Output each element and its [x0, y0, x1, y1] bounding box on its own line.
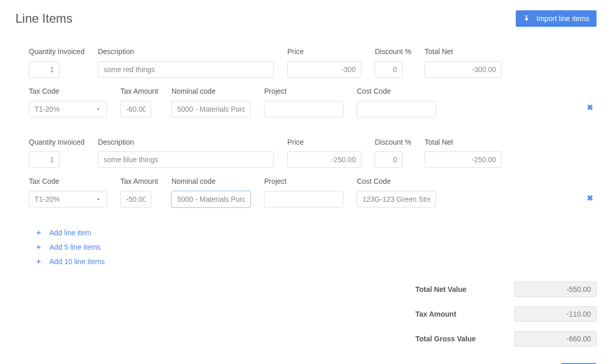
- label-qty: Quantity Invoiced: [29, 47, 84, 56]
- description-input[interactable]: [98, 151, 274, 168]
- total-gross-label: Total Gross Value: [415, 335, 476, 343]
- label-cost-code: Cost Code: [357, 177, 436, 186]
- quantity-input[interactable]: [29, 151, 60, 168]
- tax-code-select[interactable]: T1-20%: [29, 101, 107, 117]
- label-qty: Quantity Invoiced: [29, 138, 84, 147]
- add-ten-label: Add 10 line items: [49, 257, 104, 266]
- total-gross-value: -660.00: [514, 331, 597, 346]
- total-net-label: Total Net Value: [415, 285, 466, 293]
- nominal-code-input[interactable]: [171, 101, 251, 117]
- add-one-label: Add line item: [49, 229, 91, 237]
- label-nominal: Nominal code: [171, 177, 251, 186]
- add-10-line-items-link[interactable]: ＋ Add 10 line items: [35, 257, 597, 266]
- total-tax-label: Tax Amount: [415, 310, 456, 318]
- chevron-down-icon: [95, 106, 101, 112]
- tax-amount-input[interactable]: [120, 191, 151, 207]
- label-tax-amount: Tax Amount: [120, 87, 158, 96]
- nominal-code-input[interactable]: [171, 191, 251, 207]
- chevron-down-icon: [95, 196, 101, 202]
- project-input[interactable]: [264, 101, 343, 117]
- cost-code-input[interactable]: [357, 101, 436, 117]
- add-five-label: Add 5 line items: [49, 243, 101, 251]
- plus-icon: ＋: [35, 257, 42, 266]
- total-net-output: [425, 61, 502, 78]
- label-discount: Discount %: [375, 138, 411, 147]
- totals-panel: Total Net Value -550.00 Tax Amount -110.…: [415, 282, 597, 356]
- label-desc: Description: [98, 138, 274, 147]
- discount-input[interactable]: [375, 151, 403, 168]
- total-net-value: -550.00: [514, 282, 597, 297]
- plus-icon: ＋: [35, 242, 42, 252]
- line-item: Quantity Invoiced Description Price Disc…: [29, 138, 597, 208]
- label-cost-code: Cost Code: [357, 87, 436, 96]
- price-input[interactable]: [287, 61, 361, 78]
- discount-input[interactable]: [375, 61, 403, 78]
- label-total-net: Total Net: [425, 47, 502, 56]
- plus-icon: ＋: [35, 228, 42, 237]
- description-input[interactable]: [98, 61, 274, 78]
- add-5-line-items-link[interactable]: ＋ Add 5 line items: [35, 242, 597, 252]
- tax-code-value: T1-20%: [34, 195, 60, 203]
- page-title: Line Items: [15, 11, 73, 26]
- add-line-item-link[interactable]: ＋ Add line item: [35, 228, 597, 237]
- price-input[interactable]: [287, 151, 361, 168]
- label-total-net: Total Net: [425, 138, 502, 147]
- quantity-input[interactable]: [29, 61, 60, 78]
- tax-code-select[interactable]: T1-20%: [29, 191, 107, 207]
- total-tax-value: -110.00: [514, 306, 597, 322]
- tax-code-value: T1-20%: [34, 105, 60, 113]
- tax-amount-input[interactable]: [120, 101, 151, 117]
- download-icon: [523, 15, 530, 22]
- label-price: Price: [287, 138, 361, 147]
- delete-line-icon[interactable]: ✖: [587, 194, 593, 203]
- label-project: Project: [264, 87, 343, 96]
- delete-line-icon[interactable]: ✖: [587, 103, 593, 112]
- label-tax-code: Tax Code: [29, 87, 107, 96]
- label-tax-code: Tax Code: [29, 177, 107, 186]
- line-item: Quantity Invoiced Description Price Disc…: [29, 47, 597, 117]
- project-input[interactable]: [264, 191, 343, 207]
- label-project: Project: [264, 177, 343, 186]
- label-nominal: Nominal code: [171, 87, 251, 96]
- import-line-items-button[interactable]: Import line items: [516, 10, 597, 27]
- total-net-output: [425, 151, 502, 168]
- cost-code-input[interactable]: [357, 191, 436, 207]
- import-button-label: Import line items: [536, 14, 589, 23]
- label-price: Price: [287, 47, 361, 56]
- label-discount: Discount %: [375, 47, 411, 56]
- label-tax-amount: Tax Amount: [120, 177, 158, 186]
- label-desc: Description: [98, 47, 274, 56]
